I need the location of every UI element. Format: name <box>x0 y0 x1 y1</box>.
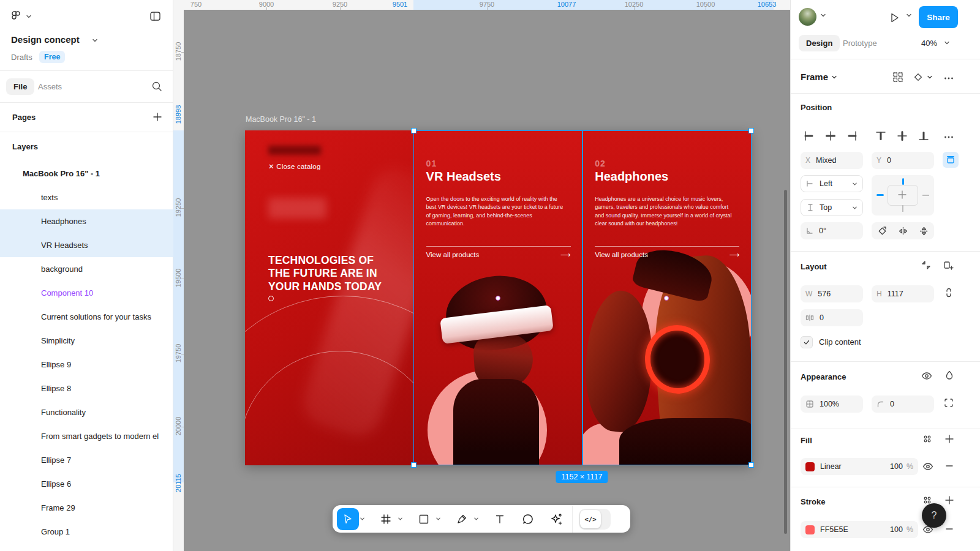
avatar[interactable] <box>799 8 816 26</box>
move-tool-button[interactable] <box>337 508 359 530</box>
layer-row-group-1[interactable]: Group 1 <box>0 520 173 544</box>
present-play-icon[interactable] <box>888 11 901 24</box>
resize-to-fit-icon[interactable] <box>921 260 932 271</box>
flip-horizontal-icon[interactable] <box>898 226 908 236</box>
layer-row-ellipse-6[interactable]: Ellipse 6 <box>0 472 173 496</box>
help-button[interactable]: ? <box>922 503 946 528</box>
opacity-field[interactable]: 100% <box>801 395 863 413</box>
tab-assets[interactable]: Assets <box>38 82 62 91</box>
comment-tool-button[interactable] <box>517 508 539 530</box>
y-position-field[interactable]: Y 0 <box>872 152 934 169</box>
chevron-down-icon[interactable] <box>831 75 837 80</box>
share-button[interactable]: Share <box>919 6 958 28</box>
dev-mode-toggle[interactable]: </> <box>579 509 611 530</box>
chevron-down-icon[interactable] <box>473 517 479 521</box>
chevron-down-icon[interactable] <box>906 13 912 18</box>
create-component-icon[interactable] <box>912 71 924 83</box>
hero-panel[interactable]: ✕ Close catalog TECHNOLOGIES OF THE FUTU… <box>245 130 414 465</box>
layer-row-simplicity[interactable]: Simplicity <box>0 329 173 353</box>
selection-handle-br[interactable] <box>748 462 754 468</box>
blend-mode-icon[interactable] <box>944 370 955 381</box>
add-page-icon[interactable] <box>152 111 163 122</box>
selection-handle-tl[interactable] <box>411 128 417 133</box>
more-options-icon[interactable] <box>943 72 955 84</box>
eye-icon[interactable] <box>922 460 934 473</box>
tab-file[interactable]: File <box>6 78 34 95</box>
layer-row-current-solutions[interactable]: Current solutions for your tasks <box>0 305 173 329</box>
align-horizontal-center-icon[interactable] <box>824 130 837 142</box>
canvas[interactable]: 750 9000 9250 9501 9750 10077 10250 1050… <box>173 0 790 551</box>
independent-corners-icon[interactable] <box>944 398 954 408</box>
horizontal-constraint-dropdown[interactable]: Left <box>801 175 863 192</box>
chevron-down-icon[interactable] <box>927 75 933 80</box>
layer-row-ellipse-7[interactable]: Ellipse 7 <box>0 448 173 472</box>
align-right-icon[interactable] <box>846 130 858 142</box>
selection-handle-tr[interactable] <box>748 128 754 133</box>
align-left-icon[interactable] <box>803 130 815 142</box>
chevron-down-icon[interactable] <box>398 517 403 521</box>
component-marker[interactable] <box>496 296 500 301</box>
gap-field[interactable]: 0 <box>801 309 863 326</box>
rotation-field[interactable]: 0° <box>801 222 863 239</box>
more-alignment-icon[interactable] <box>943 131 955 143</box>
rotate-icon[interactable] <box>877 226 888 236</box>
constraints-widget[interactable] <box>872 175 934 216</box>
layer-row-component-10[interactable]: Component 10 <box>0 281 173 305</box>
x-position-field[interactable]: X Mixed <box>801 152 863 169</box>
layer-row-from-smart-gadgets[interactable]: From smart gadgets to modern el <box>0 424 173 448</box>
width-field[interactable]: W 576 <box>801 285 863 302</box>
text-tool-button[interactable] <box>489 508 511 530</box>
vertical-constraint-dropdown[interactable]: Top <box>801 199 863 216</box>
pen-tool-button[interactable] <box>451 508 473 530</box>
layer-row-macbook[interactable]: MacBook Pro 16" - 1 <box>0 162 173 186</box>
absolute-position-icon[interactable] <box>943 152 959 168</box>
chevron-down-icon[interactable] <box>92 38 98 43</box>
constraint-top-active[interactable] <box>902 178 904 185</box>
fill-row[interactable]: Linear 100 % <box>801 458 918 475</box>
canvas-scrollbar[interactable] <box>784 190 787 534</box>
layer-row-ellipse-9[interactable]: Ellipse 9 <box>0 353 173 377</box>
constraint-bottom[interactable] <box>902 205 903 212</box>
zoom-level[interactable]: 40% <box>921 39 937 48</box>
height-field[interactable]: H 1117 <box>872 285 934 302</box>
breadcrumb[interactable]: Drafts <box>11 53 32 62</box>
tab-prototype[interactable]: Prototype <box>843 39 877 48</box>
layer-row-functionality[interactable]: Functionality <box>0 400 173 424</box>
chevron-down-icon[interactable] <box>360 517 365 521</box>
frame-tool-button[interactable] <box>375 508 397 530</box>
layer-row-ellipse-8[interactable]: Ellipse 8 <box>0 377 173 400</box>
chevron-down-icon[interactable] <box>944 40 950 45</box>
remove-stroke-icon[interactable] <box>944 523 955 534</box>
figma-logo-icon[interactable] <box>10 10 22 22</box>
layer-row-texts[interactable]: texts <box>0 186 173 209</box>
actions-tool-button[interactable] <box>545 508 567 530</box>
selection-handle-bl[interactable] <box>411 462 417 468</box>
chevron-down-icon[interactable] <box>435 517 441 521</box>
add-stroke-icon[interactable] <box>944 495 955 506</box>
tab-design[interactable]: Design <box>799 35 840 51</box>
styles-icon[interactable] <box>922 433 933 444</box>
fill-color-swatch[interactable] <box>805 462 815 471</box>
add-auto-layout-icon[interactable] <box>943 260 954 271</box>
free-plan-badge[interactable]: Free <box>39 51 65 63</box>
corner-radius-field[interactable]: 0 <box>872 395 934 413</box>
align-bottom-icon[interactable] <box>918 130 930 142</box>
align-top-icon[interactable] <box>875 130 887 142</box>
layer-row-vr-headsets[interactable]: VR Headsets <box>0 233 173 257</box>
flip-vertical-icon[interactable] <box>919 226 929 236</box>
eye-icon[interactable] <box>921 370 933 382</box>
component-marker[interactable] <box>664 296 669 301</box>
component-set-icon[interactable] <box>892 71 904 83</box>
layer-row-frame-29[interactable]: Frame 29 <box>0 496 173 520</box>
toggle-sidebar-icon[interactable] <box>149 10 162 23</box>
layer-row-background[interactable]: background <box>0 257 173 281</box>
constraint-left-active[interactable] <box>876 194 884 196</box>
frame-name-label[interactable]: MacBook Pro 16" - 1 <box>246 115 316 124</box>
chevron-down-icon[interactable] <box>820 13 826 18</box>
layer-row-headphones[interactable]: Headphones <box>0 209 173 233</box>
constraint-right[interactable] <box>922 195 929 196</box>
clip-content-checkbox[interactable] <box>801 336 813 348</box>
constrain-proportions-icon[interactable] <box>944 288 954 298</box>
stroke-row[interactable]: FF5E5E 100 % <box>801 521 918 538</box>
stroke-color-swatch[interactable] <box>805 525 815 534</box>
